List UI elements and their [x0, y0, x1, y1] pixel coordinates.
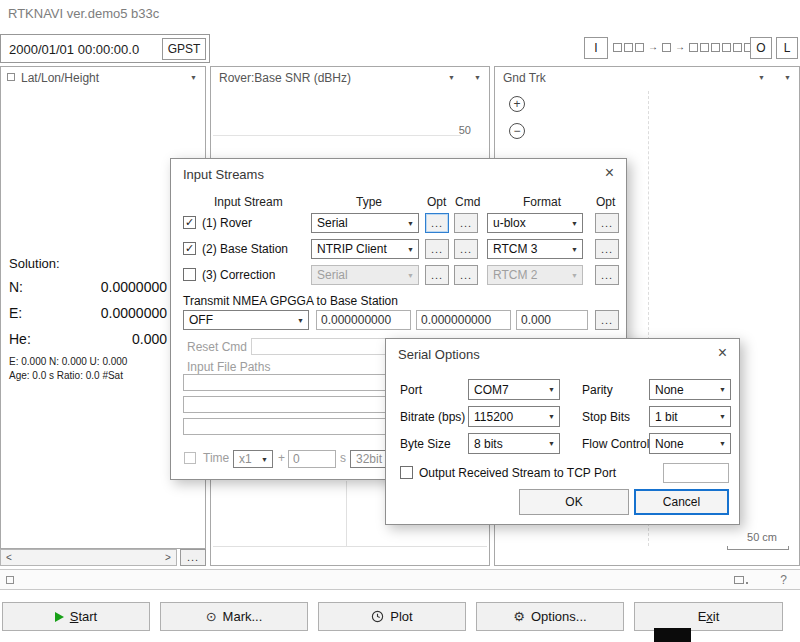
col-header-opt: Opt [427, 195, 446, 209]
correction-checkbox[interactable] [183, 268, 196, 281]
log-lamp-2 [722, 43, 731, 52]
nmea-lat-field[interactable] [316, 310, 411, 330]
base-label: (2) Base Station [202, 242, 288, 256]
nmea-position-button[interactable]: ... [595, 310, 619, 330]
solution-panel-title[interactable]: Lat/Lon/Height [21, 71, 99, 85]
base-type-select[interactable]: NTRIP Client▼ [311, 239, 419, 259]
scroll-right-icon[interactable]: > [160, 550, 176, 565]
chevron-down-icon[interactable]: ▼ [474, 74, 481, 81]
zoom-in-icon[interactable]: + [509, 96, 525, 112]
chevron-down-icon[interactable]: ▼ [758, 74, 765, 81]
port-select[interactable]: COM7▼ [468, 379, 560, 400]
chevron-down-icon: ▼ [548, 440, 555, 447]
parity-label: Parity [582, 383, 613, 397]
nmea-mode-select[interactable]: OFF▼ [183, 310, 309, 330]
panel-config-button[interactable]: ... [180, 549, 206, 566]
time-system-button[interactable]: GPST [162, 38, 206, 60]
parity-value: None [655, 383, 684, 397]
nmea-mode-value: OFF [189, 313, 213, 327]
correction-type-value: Serial [317, 268, 348, 282]
chevron-down-icon[interactable]: ▼ [448, 74, 455, 81]
chevron-down-icon[interactable]: ▼ [190, 74, 197, 81]
help-indicator: ? [780, 573, 787, 587]
scale-bar [727, 546, 789, 550]
mark-label: Mark... [223, 609, 263, 624]
cancel-button[interactable]: Cancel [634, 489, 729, 515]
solution-panel-scrollbar[interactable]: < > [0, 549, 177, 566]
log-lamp-1 [711, 43, 720, 52]
coord-value-e: 0.0000000 [101, 305, 167, 321]
output-stream-button[interactable]: O [750, 37, 772, 59]
correction-cmd-button[interactable]: ... [454, 265, 478, 285]
rover-opt-button[interactable]: ... [425, 213, 449, 233]
input-lamp-2 [624, 43, 633, 52]
chevron-down-icon: ▼ [719, 440, 726, 447]
rover-format-select[interactable]: u-blox▼ [487, 213, 583, 233]
chevron-down-icon[interactable]: ▼ [784, 74, 791, 81]
nmea-height-field[interactable] [516, 310, 588, 330]
time-checkbox [184, 452, 196, 464]
scroll-left-icon[interactable]: < [1, 550, 17, 565]
grip-dot-icon [746, 582, 748, 584]
zoom-out-icon[interactable]: − [509, 123, 525, 139]
bitrate-select[interactable]: 115200▼ [468, 406, 560, 427]
speed-value: x1 [239, 452, 252, 466]
base-format-select[interactable]: RTCM 3▼ [487, 239, 583, 259]
play-icon [55, 612, 64, 622]
exit-button[interactable]: Exit [634, 602, 783, 631]
parity-select[interactable]: None▼ [649, 379, 731, 400]
input-stream-mode-button[interactable]: I [584, 37, 608, 59]
tcp-output-checkbox[interactable] [400, 466, 413, 479]
options-button[interactable]: ⚙ Options... [476, 602, 624, 631]
correction-format-value: RTCM 2 [493, 268, 537, 282]
rover-checkbox[interactable]: ✓ [183, 216, 196, 229]
bytesize-label: Byte Size [400, 437, 451, 451]
chevron-down-icon: ▼ [297, 317, 304, 324]
layout-icon[interactable] [7, 73, 15, 81]
coord-value-n: 0.0000000 [101, 279, 167, 295]
correction-opt-button[interactable]: ... [425, 265, 449, 285]
col-header-cmd: Cmd [455, 195, 480, 209]
correction-format-select: RTCM 2▼ [487, 265, 583, 285]
start-button[interactable]: Start [2, 602, 150, 631]
bytesize-select[interactable]: 8 bits▼ [468, 433, 560, 454]
close-icon[interactable]: × [605, 165, 614, 181]
col-header-stream: Input Stream [214, 195, 283, 209]
tcp-port-field[interactable] [663, 463, 729, 483]
snr-divider [346, 481, 347, 546]
base-opt-button[interactable]: ... [425, 239, 449, 259]
rover-format-opt-button[interactable]: ... [595, 213, 619, 233]
stopbits-label: Stop Bits [582, 410, 630, 424]
output-lamp-2 [700, 43, 709, 52]
bitrate-label: Bitrate (bps) [400, 410, 465, 424]
stopbits-select[interactable]: 1 bit▼ [649, 406, 731, 427]
gndtrk-panel-title[interactable]: Gnd Trk [503, 71, 546, 85]
snr-grid-label: 50 [459, 124, 471, 136]
file-paths-label: Input File Paths [187, 360, 270, 374]
port-value: COM7 [474, 383, 509, 397]
base-format-opt-button[interactable]: ... [595, 239, 619, 259]
seconds-label: s [340, 451, 346, 465]
correction-format-opt-button[interactable]: ... [595, 265, 619, 285]
flowcontrol-select[interactable]: None▼ [649, 433, 731, 454]
stream-status-indicators: → → [613, 42, 753, 52]
time-panel: 2000/01/01 00:00:00.0 GPST [0, 34, 210, 63]
mark-button[interactable]: ⊙ Mark... [160, 602, 308, 631]
close-icon[interactable]: × [718, 345, 727, 361]
chevron-down-icon: ▼ [719, 386, 726, 393]
rover-label: (1) Rover [202, 216, 252, 230]
rover-type-select[interactable]: Serial▼ [311, 213, 419, 233]
nmea-lon-field[interactable] [416, 310, 511, 330]
base-cmd-button[interactable]: ... [454, 239, 478, 259]
age-ratio-text: Age: 0.0 s Ratio: 0.0 #Sat [9, 370, 123, 381]
snr-panel-title[interactable]: Rover:Base SNR (dBHz) [219, 71, 351, 85]
chevron-down-icon: ▼ [571, 272, 578, 279]
log-stream-button[interactable]: L [776, 37, 798, 59]
rover-cmd-button[interactable]: ... [454, 213, 478, 233]
ok-button[interactable]: OK [519, 489, 629, 515]
plot-button[interactable]: Plot [318, 602, 466, 631]
gear-icon: ⚙ [513, 610, 525, 623]
serial-options-dialog: Serial Options × Port COM7▼ Parity None▼… [385, 338, 740, 525]
base-checkbox[interactable]: ✓ [183, 242, 196, 255]
bitrate-value: 115200 [474, 410, 513, 424]
